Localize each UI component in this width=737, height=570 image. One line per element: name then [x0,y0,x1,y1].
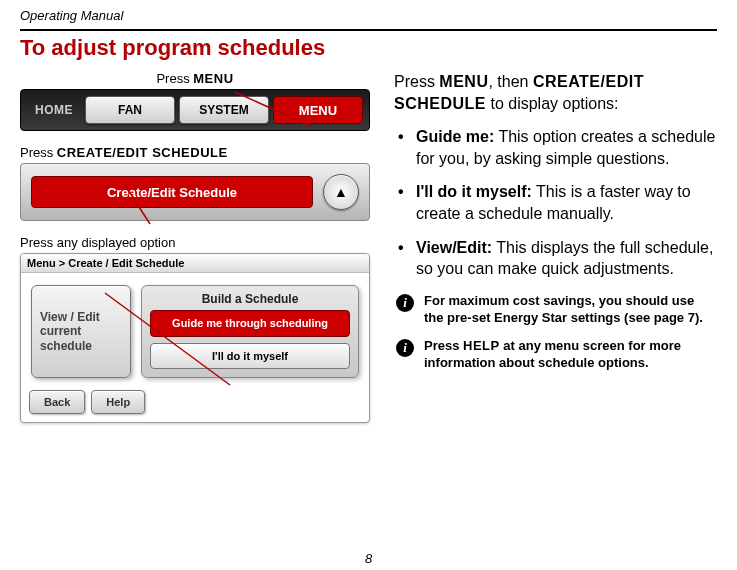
opt1-name: Guide me: [416,128,494,145]
caption-press-option: Press any displayed option [20,235,370,250]
back-button[interactable]: Back [29,390,85,414]
menu-button[interactable]: MENU [273,96,363,124]
opt3-name: View/Edit: [416,239,492,256]
option-guide-me: Guide me: This option creates a schedule… [394,126,717,169]
caption2-prefix: Press [20,145,57,160]
option-view-edit: View/Edit: This displays the full schedu… [394,237,717,280]
opt2-name: I'll do it myself: [416,183,532,200]
intro-seg3: to display options: [486,95,619,112]
intro-seg2: , then [488,73,532,90]
system-button[interactable]: SYSTEM [179,96,269,124]
guide-me-button[interactable]: Guide me through scheduling [150,310,350,337]
note2-text: Press HELP at any menu screen for more i… [424,337,717,372]
right-column: Press MENU, then CREATE/EDIT SCHEDULE to… [394,71,717,423]
left-column: Press MENU HOME FAN SYSTEM MENU Press CR… [20,71,370,423]
do-it-myself-button[interactable]: I'll do it myself [150,343,350,369]
info-icon: i [396,294,414,312]
help-button[interactable]: Help [91,390,145,414]
fan-button[interactable]: FAN [85,96,175,124]
doc-header: Operating Manual [20,8,717,23]
up-arrow-icon: ▲ [334,184,348,200]
thermostat-tabbar: HOME FAN SYSTEM MENU [20,89,370,131]
note1-text: For maximum cost savings, you should use… [424,292,717,327]
note2-help-word: HELP [463,338,500,353]
view-edit-schedule-button[interactable]: View / Edit current schedule [31,285,131,378]
scroll-up-button[interactable]: ▲ [323,174,359,210]
option-do-it-myself: I'll do it myself: This is a faster way … [394,181,717,224]
home-label: HOME [27,103,81,117]
page-number: 8 [0,551,737,566]
breadcrumb: Menu > Create / Edit Schedule [21,254,369,273]
caption1-bold: MENU [193,71,233,86]
build-schedule-group: Build a Schedule Guide me through schedu… [141,285,359,378]
create-edit-panel: Create/Edit Schedule ▲ [20,163,370,221]
schedule-options-panel: Menu > Create / Edit Schedule View / Edi… [20,253,370,423]
info-icon: i [396,339,414,357]
intro-menu-word: MENU [439,73,488,90]
note2-seg1: Press [424,338,463,353]
caption-press-ces: Press CREATE/EDIT SCHEDULE [20,145,370,160]
caption2-bold: CREATE/EDIT SCHEDULE [57,145,228,160]
create-edit-schedule-button[interactable]: Create/Edit Schedule [31,176,313,208]
build-schedule-title: Build a Schedule [150,290,350,310]
note-energy-star: i For maximum cost savings, you should u… [394,292,717,327]
caption1-prefix: Press [156,71,193,86]
intro-seg1: Press [394,73,439,90]
note-help: i Press HELP at any menu screen for more… [394,337,717,372]
intro-text: Press MENU, then CREATE/EDIT SCHEDULE to… [394,71,717,114]
page-title: To adjust program schedules [20,29,717,61]
caption-press-menu: Press MENU [20,71,370,86]
